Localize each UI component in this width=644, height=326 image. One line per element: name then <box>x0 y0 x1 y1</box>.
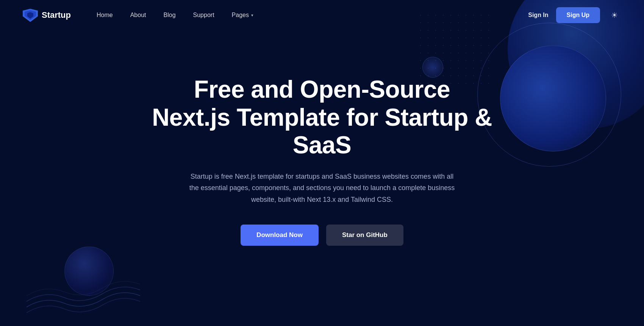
nav-left: Startup Home About Blog Support Pages ▾ <box>23 8 260 22</box>
nav-link-about[interactable]: About <box>123 8 153 22</box>
signin-link[interactable]: Sign In <box>528 12 548 19</box>
bg-wavy-lines <box>23 262 155 318</box>
nav-link-pages[interactable]: Pages ▾ <box>225 8 260 22</box>
navbar: Startup Home About Blog Support Pages ▾ … <box>0 0 644 30</box>
hero-section: Free and Open-Source Next.js Template fo… <box>0 30 644 246</box>
hero-buttons: Download Now Star on GitHub <box>241 225 403 246</box>
signup-button[interactable]: Sign Up <box>556 7 600 23</box>
star-on-github-button[interactable]: Star on GitHub <box>326 225 403 246</box>
hero-subtitle: Startup is free Next.js template for sta… <box>186 171 458 206</box>
pages-chevron-icon: ▾ <box>251 13 253 18</box>
nav-links: Home About Blog Support Pages ▾ <box>90 8 260 22</box>
hero-title: Free and Open-Source Next.js Template fo… <box>152 76 492 159</box>
logo-link[interactable]: Startup <box>23 9 71 22</box>
nav-link-blog[interactable]: Blog <box>157 8 183 22</box>
nav-link-support[interactable]: Support <box>186 8 221 22</box>
nav-right: Sign In Sign Up ☀ <box>528 7 621 23</box>
logo-icon <box>23 9 38 22</box>
download-now-button[interactable]: Download Now <box>241 225 319 246</box>
nav-link-home[interactable]: Home <box>90 8 120 22</box>
theme-toggle-button[interactable]: ☀ <box>608 8 621 22</box>
logo-text: Startup <box>42 10 71 20</box>
bg-circle-small-bottom <box>64 246 114 296</box>
